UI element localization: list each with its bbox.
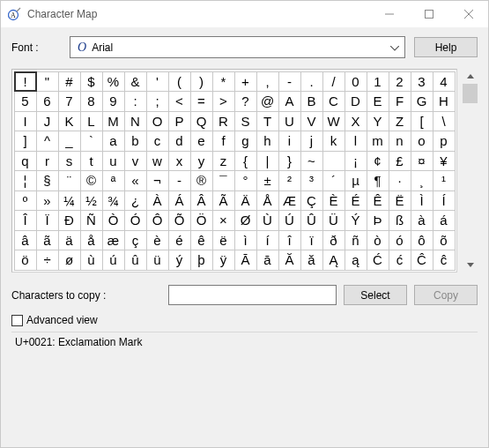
scroll-down-icon[interactable] bbox=[463, 258, 478, 273]
character-cell[interactable]: N bbox=[124, 111, 147, 132]
character-cell[interactable]: î bbox=[278, 230, 301, 251]
character-cell[interactable]: a bbox=[102, 131, 125, 152]
character-cell[interactable]: s bbox=[58, 151, 81, 172]
font-select[interactable]: O Arial bbox=[70, 36, 405, 58]
character-cell[interactable]: ) bbox=[190, 71, 213, 93]
character-cell[interactable]: ¼ bbox=[58, 190, 81, 212]
character-cell[interactable]: Ö bbox=[190, 210, 213, 231]
character-cell[interactable]: i bbox=[278, 131, 301, 152]
character-cell[interactable]: @ bbox=[256, 91, 279, 112]
character-cell[interactable]: © bbox=[80, 170, 103, 191]
character-cell[interactable]: B bbox=[300, 91, 323, 112]
character-cell[interactable]: « bbox=[124, 170, 147, 191]
character-cell[interactable]: . bbox=[300, 71, 323, 93]
character-cell[interactable]: Á bbox=[168, 190, 191, 212]
character-cell[interactable]: K bbox=[58, 111, 81, 132]
character-cell[interactable]: Þ bbox=[367, 210, 389, 231]
character-cell[interactable]: b bbox=[124, 131, 147, 152]
character-cell[interactable]: J bbox=[36, 111, 59, 132]
character-cell[interactable]: ¢ bbox=[367, 151, 389, 172]
character-cell[interactable]: A bbox=[278, 91, 301, 112]
advanced-view-checkbox[interactable] bbox=[11, 315, 23, 326]
character-cell[interactable]: # bbox=[58, 71, 81, 93]
character-cell[interactable]: X bbox=[345, 111, 367, 132]
character-cell[interactable]: ¿ bbox=[124, 190, 147, 212]
character-cell[interactable]: ö bbox=[14, 250, 37, 271]
character-cell[interactable]: } bbox=[278, 151, 301, 172]
character-cell[interactable]: Ĉ bbox=[411, 250, 433, 271]
character-cell[interactable]: $ bbox=[80, 71, 103, 93]
character-cell[interactable]: ¸ bbox=[411, 170, 433, 191]
character-cell[interactable]: f bbox=[212, 131, 235, 152]
character-cell[interactable]: p bbox=[433, 131, 456, 152]
character-cell[interactable]: ; bbox=[146, 91, 169, 112]
character-cell[interactable]: q bbox=[14, 151, 37, 172]
character-cell[interactable]: G bbox=[411, 91, 433, 112]
scroll-thumb[interactable] bbox=[463, 84, 478, 103]
character-cell[interactable]: ø bbox=[58, 250, 81, 271]
character-cell[interactable]: Õ bbox=[168, 210, 191, 231]
character-cell[interactable]: ^ bbox=[36, 131, 59, 152]
character-cell[interactable]: C bbox=[322, 91, 345, 112]
character-grid[interactable]: !"#$%&'()*+,-./0123456789:;<=>?@ABCDEFGH… bbox=[14, 71, 455, 270]
character-cell[interactable]: 1 bbox=[367, 71, 389, 93]
scroll-up-icon[interactable] bbox=[463, 69, 478, 84]
character-cell[interactable]: ª bbox=[102, 170, 125, 191]
character-cell[interactable]: ± bbox=[256, 170, 279, 191]
character-cell[interactable]: h bbox=[256, 131, 279, 152]
character-cell[interactable]: ( bbox=[168, 71, 191, 93]
character-cell[interactable]: · bbox=[389, 170, 411, 191]
character-cell[interactable]: ¤ bbox=[411, 151, 433, 172]
character-cell[interactable]: Ý bbox=[345, 210, 367, 231]
character-cell[interactable]: : bbox=[124, 91, 147, 112]
character-cell[interactable]: g bbox=[234, 131, 257, 152]
character-cell[interactable]: Ê bbox=[367, 190, 389, 212]
character-cell[interactable]: H bbox=[433, 91, 456, 112]
character-cell[interactable]: Û bbox=[300, 210, 323, 231]
character-cell[interactable]: º bbox=[14, 190, 37, 212]
character-cell[interactable]: ù bbox=[80, 250, 103, 271]
select-button[interactable]: Select bbox=[344, 285, 407, 305]
character-cell[interactable]: ð bbox=[322, 230, 345, 251]
character-cell[interactable]: | bbox=[256, 151, 279, 172]
character-cell[interactable]: ā bbox=[256, 250, 279, 271]
character-cell[interactable]: ½ bbox=[80, 190, 103, 212]
character-cell[interactable]: ¯ bbox=[212, 170, 235, 191]
help-button[interactable]: Help bbox=[414, 37, 478, 57]
character-cell[interactable]: Ā bbox=[234, 250, 257, 271]
character-cell[interactable]: Ă bbox=[278, 250, 301, 271]
character-cell[interactable]: ¹ bbox=[433, 170, 456, 191]
character-cell[interactable]: Ñ bbox=[80, 210, 103, 231]
character-cell[interactable]: á bbox=[433, 210, 456, 231]
character-cell[interactable]: ÿ bbox=[212, 250, 235, 271]
character-cell[interactable]: w bbox=[146, 151, 169, 172]
character-cell[interactable]: * bbox=[212, 71, 235, 93]
character-cell[interactable]: - bbox=[168, 170, 191, 191]
character-cell[interactable]: ' bbox=[146, 71, 169, 93]
character-cell[interactable]: 0 bbox=[345, 71, 367, 93]
character-cell[interactable]: ć bbox=[389, 250, 411, 271]
character-cell[interactable]: \ bbox=[433, 111, 456, 132]
character-cell[interactable]: v bbox=[124, 151, 147, 172]
character-cell[interactable]: ú bbox=[102, 250, 125, 271]
character-cell[interactable]: É bbox=[345, 190, 367, 212]
character-cell[interactable]: ă bbox=[300, 250, 323, 271]
character-cell[interactable]: æ bbox=[102, 230, 125, 251]
character-cell[interactable]: ¨ bbox=[58, 170, 81, 191]
character-cell[interactable]: ! bbox=[14, 71, 37, 93]
character-cell[interactable]: Å bbox=[256, 190, 279, 212]
character-cell[interactable]: V bbox=[300, 111, 323, 132]
character-cell[interactable]: Î bbox=[14, 210, 37, 231]
character-cell[interactable]: y bbox=[190, 151, 213, 172]
character-cell[interactable]: c bbox=[146, 131, 169, 152]
character-cell[interactable]: _ bbox=[58, 131, 81, 152]
character-cell[interactable]: < bbox=[168, 91, 191, 112]
character-cell[interactable]: 3 bbox=[411, 71, 433, 93]
character-cell[interactable] bbox=[322, 151, 345, 172]
character-cell[interactable]: þ bbox=[190, 250, 213, 271]
character-cell[interactable]: m bbox=[367, 131, 389, 152]
character-cell[interactable]: t bbox=[80, 151, 103, 172]
character-cell[interactable]: ê bbox=[190, 230, 213, 251]
character-cell[interactable]: o bbox=[411, 131, 433, 152]
character-cell[interactable]: Í bbox=[433, 190, 456, 212]
